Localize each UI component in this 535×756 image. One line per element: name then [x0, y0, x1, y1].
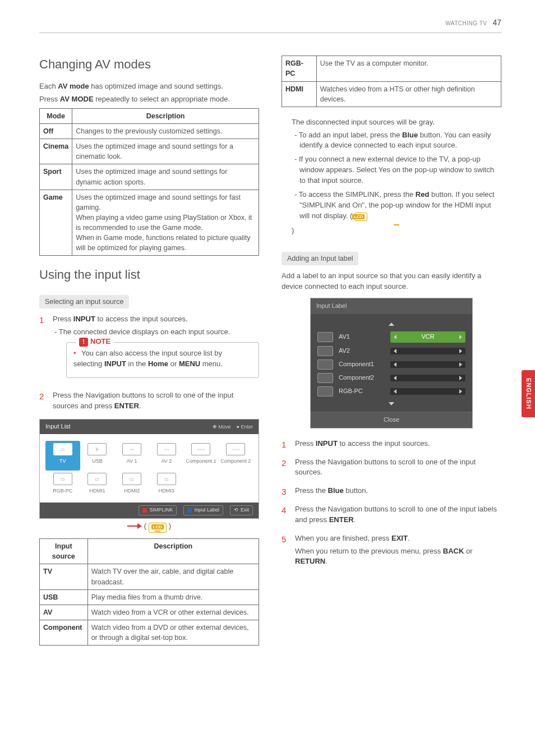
footer-simplink[interactable]: SIMPLINK — [139, 505, 177, 515]
av-intro-1: Each AV mode has optimized image and sou… — [39, 81, 259, 92]
move-hint: ✥ Move — [213, 423, 231, 431]
note-icon: ! — [79, 338, 88, 347]
hdmi-icon: ▭ — [87, 473, 107, 485]
note-line: - To add an input label, press the Blue … — [292, 130, 501, 151]
step-number: 5 — [282, 533, 289, 570]
table-row: RGB-PC — [282, 56, 317, 81]
input-source-table: Input source Description TVWatch TV over… — [39, 538, 259, 646]
page-header: WATCHING TV 47 — [39, 17, 501, 33]
arrow-up-icon[interactable] — [389, 322, 394, 326]
vga-icon: ▭ — [53, 473, 72, 485]
table-row: Off — [40, 124, 72, 139]
input-item-comp1[interactable]: ◦◦◦◦◦Component 1 — [184, 441, 219, 471]
step-text: Press INPUT to access the input sources. — [295, 439, 501, 449]
av-intro-2: Press AV MODE repeatedly to select an ap… — [39, 94, 259, 105]
component-icon: ◦◦◦◦◦ — [226, 443, 245, 455]
arrow-left-icon[interactable] — [394, 349, 396, 353]
panel-title: Input List — [45, 422, 71, 431]
arrow-right-icon[interactable] — [459, 376, 462, 380]
heading-av-modes: Changing AV modes — [39, 56, 259, 73]
input-item-hdmi2[interactable]: ▭HDMI2 — [114, 471, 149, 500]
enter-hint: ● Enter — [237, 423, 253, 431]
arrow-right-icon[interactable] — [459, 349, 462, 353]
dialog-row[interactable]: AV1 VCR — [317, 330, 465, 344]
left-column: Changing AV modes Each AV mode has optim… — [39, 56, 259, 656]
step-text: Press INPUT to access the input sources. — [53, 314, 259, 325]
note-title: NOTE — [90, 336, 110, 347]
dialog-row[interactable]: AV2 — [317, 344, 465, 358]
table-row: Component — [40, 620, 88, 645]
usb-icon: ⎘ — [87, 443, 107, 455]
table-row: TV — [40, 564, 88, 589]
arrow-left-icon[interactable] — [394, 376, 396, 380]
step-text: Press the Blue button. — [295, 486, 501, 496]
input-item-hdmi1[interactable]: ▭HDMI1 — [80, 471, 115, 500]
table-row: Watch video from a VCR or other external… — [87, 605, 259, 620]
footer-input-label[interactable]: Input Label — [183, 505, 223, 515]
table-row: AV — [40, 605, 88, 620]
arrow-left-icon[interactable] — [394, 362, 396, 367]
step-text: When you return to the previous menu, pr… — [295, 546, 501, 568]
add-label-intro: Add a label to an input source so that y… — [282, 271, 501, 292]
table-row: USB — [40, 589, 88, 605]
step-number: 4 — [282, 504, 289, 528]
hdmi-icon: ▭ — [157, 473, 176, 485]
table-row: Use the TV as a computer monitor. — [316, 56, 501, 81]
step-number: 1 — [39, 314, 47, 384]
input-item-rgbpc[interactable]: ▭RGB-PC — [45, 471, 80, 500]
note-line: - To access the SIMPLINK, press the Red … — [292, 190, 501, 222]
src-table-h2: Description — [87, 539, 259, 564]
dialog-close-button[interactable]: Close — [311, 412, 472, 428]
step-number: 1 — [282, 439, 289, 451]
table-row: Uses the optimized image and sound setti… — [72, 190, 259, 256]
dialog-title: Input Label — [311, 298, 472, 314]
page: WATCHING TV 47 Changing AV modes Each AV… — [0, 0, 535, 672]
step-number: 2 — [39, 390, 47, 414]
component-icon — [317, 373, 333, 383]
av-mode-table: Mode Description OffChanges to the previ… — [39, 108, 259, 256]
input-item-comp2[interactable]: ◦◦◦◦◦Component 2 — [218, 441, 253, 471]
arrow-right-icon[interactable] — [459, 389, 462, 394]
table-row: Uses the optimized image and sound setti… — [72, 164, 259, 190]
lcd-callout: ( LCD ) — [39, 521, 259, 533]
component-icon: ◦◦◦◦◦ — [191, 443, 210, 455]
dialog-row[interactable]: Component1 — [317, 358, 465, 371]
vga-icon — [317, 386, 333, 397]
av-icon — [317, 346, 333, 356]
table-row: Changes to the previously customized set… — [72, 124, 259, 139]
table-row: Uses the optimized image and sound setti… — [72, 139, 259, 164]
input-item-hdmi3[interactable]: ▭HDMI3 — [149, 471, 184, 500]
subheading-select-source: Selecting an input source — [39, 295, 129, 308]
av-table-h2: Description — [72, 108, 259, 123]
footer-exit[interactable]: ⟲ Exit — [230, 505, 253, 515]
arrow-down-icon[interactable] — [389, 402, 394, 405]
input-item-av2[interactable]: ◦◦◦AV 2 — [149, 441, 184, 471]
av-table-h1: Mode — [40, 108, 72, 123]
right-column: RGB-PCUse the TV as a computer monitor. … — [282, 56, 501, 656]
input-item-usb[interactable]: ⎘USB — [80, 441, 115, 471]
av-icon — [317, 332, 333, 342]
note-line: - If you connect a new external device t… — [292, 154, 501, 186]
input-item-av1[interactable]: ◦◦◦AV 1 — [114, 441, 149, 471]
dialog-row[interactable]: RGB-PC — [317, 385, 465, 398]
input-item-tv[interactable]: ▭TV — [45, 441, 80, 471]
step-text: Press the Navigation buttons to scroll t… — [53, 390, 259, 412]
step-number: 2 — [282, 457, 289, 481]
table-row: Play media files from a thumb drive. — [87, 589, 259, 605]
arrow-left-icon[interactable] — [394, 389, 396, 394]
table-row: Sport — [40, 164, 72, 190]
step-text: Press the Navigation buttons to scroll t… — [295, 457, 501, 478]
input-list-panel: Input List ✥ Move ● Enter ▭TV ⎘USB ◦◦◦AV… — [39, 419, 259, 518]
note-box: ! NOTE You can also access the input sou… — [66, 342, 259, 378]
arrow-right-icon[interactable] — [459, 335, 462, 339]
dialog-row[interactable]: Component2 — [317, 371, 465, 385]
av-icon: ◦◦◦ — [157, 443, 176, 455]
table-row: Watch TV over the air, cable, and digita… — [87, 564, 259, 589]
input-source-table-cont: RGB-PCUse the TV as a computer monitor. … — [282, 56, 501, 107]
arrow-right-icon[interactable] — [459, 362, 462, 367]
arrow-left-icon[interactable] — [394, 335, 396, 339]
language-tab: ENGLISH — [522, 370, 535, 417]
table-row: Watch video from a DVD or other external… — [87, 620, 259, 645]
table-row: Cinema — [40, 139, 72, 164]
input-label-dialog: Input Label AV1 VCR AV2 C — [310, 298, 473, 428]
